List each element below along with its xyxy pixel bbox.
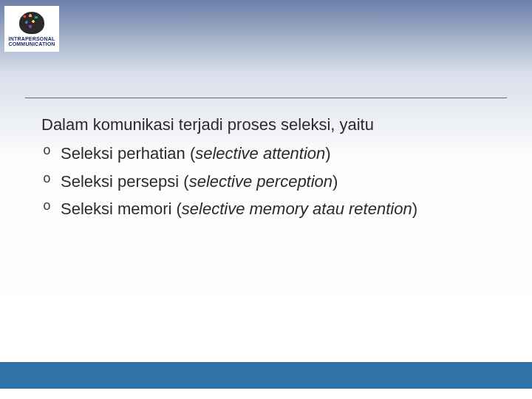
item-after: ) (412, 200, 417, 218)
list-item: Seleksi memori (selective memory atau re… (43, 195, 502, 222)
item-after: ) (332, 172, 338, 191)
logo-caption: INTRAPERSONAL COMMUNICATION (8, 36, 55, 47)
item-italic: selective attention (195, 144, 325, 163)
item-text: Seleksi persepsi ( (61, 172, 189, 191)
logo-line2: COMMUNICATION (8, 41, 55, 47)
horizontal-divider (25, 98, 507, 98)
item-italic: selective memory atau retention (182, 200, 412, 218)
footer-bar (0, 362, 532, 389)
intro-text: Dalam komunikasi terjadi proses seleksi,… (41, 111, 502, 138)
brain-head-icon (19, 12, 44, 34)
logo: INTRAPERSONAL COMMUNICATION (4, 6, 59, 52)
item-text: Seleksi memori ( (61, 200, 182, 218)
item-italic: selective perception (189, 172, 332, 191)
logo-line1: INTRAPERSONAL (9, 36, 55, 41)
list-item: Seleksi persepsi (selective perception) (43, 168, 502, 195)
item-text: Seleksi perhatian ( (61, 144, 195, 163)
item-after: ) (325, 144, 330, 163)
list-item: Seleksi perhatian (selective attention) (43, 140, 502, 167)
slide-content: Dalam komunikasi terjadi proses seleksi,… (41, 111, 502, 223)
bullet-list: Seleksi perhatian (selective attention) … (41, 140, 502, 222)
